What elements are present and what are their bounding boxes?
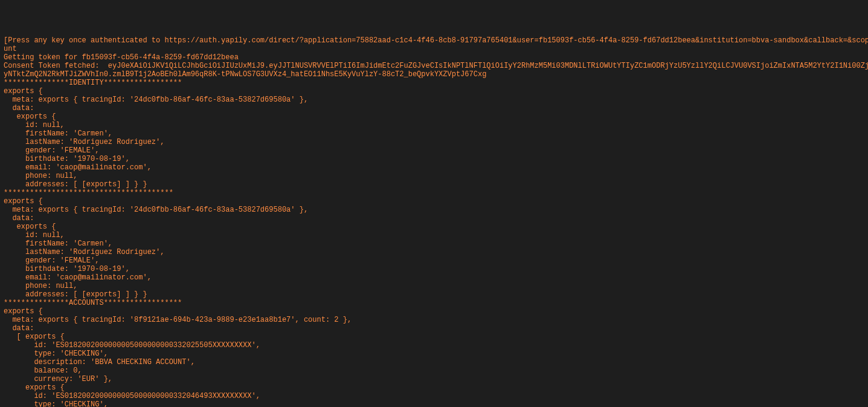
terminal-line: [ exports { bbox=[4, 333, 864, 341]
terminal-line: balance: 0, bbox=[4, 366, 864, 375]
terminal-line: meta: exports { tracingId: '24dc0fbb-86a… bbox=[4, 206, 864, 214]
terminal-line: birthdate: '1970-08-19', bbox=[4, 265, 864, 273]
terminal-line: id: 'ES018200200000000500000000033202550… bbox=[4, 341, 864, 350]
terminal-line: gender: 'FEMALE', bbox=[4, 256, 864, 265]
terminal-line: type: 'CHECKING', bbox=[4, 350, 864, 358]
terminal-line: id: 'ES018200200000000500000000033204649… bbox=[4, 392, 864, 400]
terminal-line: *************************************** bbox=[4, 189, 864, 197]
terminal-line: description: 'BBVA CHECKING ACCOUNT', bbox=[4, 358, 864, 366]
terminal-line: email: 'caop@mailinator.com', bbox=[4, 273, 864, 282]
terminal-line: lastName: 'Rodriguez Rodriguez', bbox=[4, 138, 864, 146]
terminal-line: ***************ACCOUNTS*****************… bbox=[4, 299, 864, 307]
terminal-line: yNTktZmQ2N2RkMTJiZWVhIn0.zmlB9T1j2AoBEh0… bbox=[4, 70, 864, 79]
terminal-line: phone: null, bbox=[4, 282, 864, 290]
terminal-line: currency: 'EUR' }, bbox=[4, 375, 864, 383]
terminal-output[interactable]: [Press any key once authenticated to htt… bbox=[4, 36, 864, 407]
terminal-line: id: null, bbox=[4, 231, 864, 239]
terminal-line: exports { bbox=[4, 87, 864, 96]
terminal-line: exports { bbox=[4, 223, 864, 231]
terminal-line: [Press any key once authenticated to htt… bbox=[4, 36, 864, 45]
terminal-line: addresses: [ [exports] ] } } bbox=[4, 180, 864, 189]
terminal-line: lastName: 'Rodriguez Rodriguez', bbox=[4, 248, 864, 256]
terminal-line: email: 'caop@mailinator.com', bbox=[4, 163, 864, 172]
terminal-line: Getting token for fb15093f-cb56-4f4a-825… bbox=[4, 53, 864, 62]
terminal-line: exports { bbox=[4, 383, 864, 392]
terminal-line: exports { bbox=[4, 197, 864, 206]
terminal-line: phone: null, bbox=[4, 172, 864, 180]
terminal-line: firstName: 'Carmen', bbox=[4, 239, 864, 248]
terminal-line: birthdate: '1970-08-19', bbox=[4, 155, 864, 163]
terminal-line: unt bbox=[4, 45, 864, 53]
terminal-line: addresses: [ [exports] ] } } bbox=[4, 290, 864, 299]
terminal-line: data: bbox=[4, 324, 864, 333]
terminal-line: Consent Token fetched: eyJ0eXAiOiJKV1QiL… bbox=[4, 62, 864, 70]
terminal-line: data: bbox=[4, 104, 864, 112]
terminal-line: id: null, bbox=[4, 121, 864, 129]
terminal-line: exports { bbox=[4, 112, 864, 121]
terminal-line: firstName: 'Carmen', bbox=[4, 129, 864, 138]
terminal-line: ***************IDENTITY*****************… bbox=[4, 79, 864, 87]
terminal-line: data: bbox=[4, 214, 864, 223]
terminal-line: meta: exports { tracingId: '8f9121ae-694… bbox=[4, 316, 864, 324]
terminal-line: meta: exports { tracingId: '24dc0fbb-86a… bbox=[4, 96, 864, 104]
terminal-line: type: 'CHECKING', bbox=[4, 400, 864, 407]
terminal-line: exports { bbox=[4, 307, 864, 316]
terminal-line: gender: 'FEMALE', bbox=[4, 146, 864, 155]
